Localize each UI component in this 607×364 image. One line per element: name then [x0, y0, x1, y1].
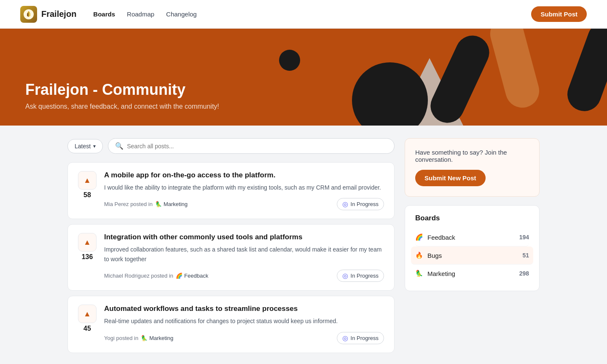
main-layout: Latest ▾ 🔍 ▲ 58 A mobile app for on-the-… — [59, 138, 548, 358]
upvote-button-2[interactable]: ▲ — [78, 233, 97, 252]
nav-boards[interactable]: Boards — [93, 9, 115, 19]
logo-area: Frailejon — [20, 6, 76, 23]
post-text-3: Real-time updates and notifications for … — [104, 316, 384, 326]
board-emoji-marketing: 🦜 — [415, 270, 423, 277]
shape-sphere-1 — [352, 62, 428, 126]
vote-box-3: ▲ 45 — [78, 305, 97, 344]
status-text-3: In Progress — [351, 335, 379, 341]
post-meta-2: Michael Rodriguez posted in 🌈 Feedback ◎… — [104, 270, 384, 282]
post-author-1: Mia Perez posted in 🦜 Marketing — [104, 201, 188, 207]
post-card-1: ▲ 58 A mobile app for on-the-go access t… — [67, 162, 395, 219]
post-meta-1: Mia Perez posted in 🦜 Marketing ◎ In Pro… — [104, 198, 384, 210]
nav-links: Boards Roadmap Changelog — [93, 9, 196, 19]
shape-cylinder-1 — [425, 30, 494, 126]
nav-left: Frailejon Boards Roadmap Changelog — [20, 6, 197, 23]
shape-cylinder-2 — [486, 29, 543, 112]
vote-box-1: ▲ 58 — [78, 171, 97, 210]
post-title-2: Integration with other commonly used too… — [104, 233, 384, 241]
shape-triangle — [396, 58, 463, 126]
status-icon-2: ◎ — [342, 272, 348, 280]
status-text-2: In Progress — [351, 273, 379, 279]
status-badge-3: ◎ In Progress — [337, 332, 384, 344]
author-name-1: Mia Perez posted in — [104, 201, 153, 207]
post-body-2: Integration with other commonly used too… — [104, 233, 384, 282]
hero-content: Frailejon - Community Ask questions, sha… — [25, 81, 219, 110]
status-badge-2: ◎ In Progress — [337, 270, 384, 282]
board-label-marketing: Marketing — [427, 270, 455, 277]
post-card-2: ▲ 136 Integration with other commonly us… — [67, 224, 395, 291]
board-tag-2[interactable]: 🌈 Feedback — [176, 273, 208, 279]
post-text-2: Improved collaboration features, such as… — [104, 245, 384, 264]
post-text-1: I would like the ability to integrate th… — [104, 183, 384, 192]
post-body-1: A mobile app for on-the-go access to the… — [104, 171, 384, 210]
logo-icon — [20, 6, 37, 23]
boards-section-title: Boards — [415, 214, 529, 222]
submit-new-post-button[interactable]: Submit New Post — [415, 170, 486, 186]
status-badge-1: ◎ In Progress — [337, 198, 384, 210]
shape-cylinder-3 — [563, 29, 607, 116]
search-icon: 🔍 — [115, 142, 124, 150]
status-icon-3: ◎ — [342, 334, 348, 342]
board-row-left-bugs: 🔥 Bugs — [415, 252, 442, 259]
author-name-2: Michael Rodriguez posted in — [104, 273, 173, 279]
sort-filter-button[interactable]: Latest ▾ — [67, 139, 103, 153]
boards-card: Boards 🌈 Feedback 194 🔥 Bugs 51 🦜 Mark — [405, 205, 540, 291]
board-row-marketing[interactable]: 🦜 Marketing 298 — [415, 265, 529, 282]
board-emoji-bugs: 🔥 — [415, 252, 423, 259]
board-name-1: Marketing — [164, 201, 188, 207]
board-label-feedback: Feedback — [427, 234, 455, 241]
board-tag-3[interactable]: 🦜 Marketing — [141, 335, 173, 341]
vote-box-2: ▲ 136 — [78, 233, 97, 282]
post-author-3: Yogi posted in 🦜 Marketing — [104, 335, 173, 341]
status-text-1: In Progress — [351, 201, 379, 207]
hero-subtitle: Ask questions, share feedback, and conne… — [25, 103, 219, 110]
board-row-bugs[interactable]: 🔥 Bugs 51 — [411, 246, 533, 265]
cta-card: Have something to say? Join the conversa… — [405, 138, 540, 197]
submit-post-button[interactable]: Submit Post — [531, 6, 587, 22]
post-title-3: Automated workflows and tasks to streaml… — [104, 305, 384, 313]
post-title-1: A mobile app for on-the-go access to the… — [104, 171, 384, 179]
chevron-down-icon: ▾ — [93, 143, 96, 149]
board-emoji-1: 🦜 — [155, 201, 162, 207]
board-row-left-feedback: 🌈 Feedback — [415, 233, 455, 241]
search-bar: 🔍 — [108, 138, 395, 154]
board-emoji-feedback: 🌈 — [415, 233, 423, 241]
navbar: Frailejon Boards Roadmap Changelog Submi… — [0, 0, 607, 29]
board-name-3: Marketing — [149, 335, 173, 341]
filter-bar: Latest ▾ 🔍 — [67, 138, 395, 154]
board-count-marketing: 298 — [519, 270, 529, 277]
vote-count-2: 136 — [82, 253, 93, 261]
status-icon-1: ◎ — [342, 200, 348, 208]
vote-count-3: 45 — [83, 325, 91, 332]
board-count-bugs: 51 — [522, 252, 529, 259]
cta-text: Have something to say? Join the conversa… — [415, 149, 529, 163]
brand-name: Frailejon — [41, 9, 76, 19]
board-count-feedback: 194 — [519, 234, 529, 241]
nav-roadmap[interactable]: Roadmap — [127, 9, 154, 19]
post-author-2: Michael Rodriguez posted in 🌈 Feedback — [104, 273, 208, 279]
hero-title: Frailejon - Community — [25, 81, 219, 99]
board-row-left-marketing: 🦜 Marketing — [415, 270, 455, 277]
board-tag-1[interactable]: 🦜 Marketing — [155, 201, 188, 207]
board-emoji-2: 🌈 — [176, 273, 183, 279]
shape-sphere-2 — [279, 50, 300, 71]
search-input[interactable] — [127, 143, 387, 150]
posts-column: Latest ▾ 🔍 ▲ 58 A mobile app for on-the-… — [67, 138, 395, 358]
sort-label: Latest — [75, 143, 91, 150]
author-name-3: Yogi posted in — [104, 335, 138, 341]
upvote-button-3[interactable]: ▲ — [78, 305, 97, 323]
board-row-feedback[interactable]: 🌈 Feedback 194 — [415, 228, 529, 246]
hero-banner: Frailejon - Community Ask questions, sha… — [0, 29, 607, 126]
board-emoji-3: 🦜 — [141, 335, 148, 341]
post-card-3: ▲ 45 Automated workflows and tasks to st… — [67, 296, 395, 353]
nav-changelog[interactable]: Changelog — [166, 9, 197, 19]
post-body-3: Automated workflows and tasks to streaml… — [104, 305, 384, 344]
board-name-2: Feedback — [184, 273, 208, 279]
post-meta-3: Yogi posted in 🦜 Marketing ◎ In Progress — [104, 332, 384, 344]
board-label-bugs: Bugs — [427, 252, 442, 259]
sidebar: Have something to say? Join the conversa… — [405, 138, 540, 291]
vote-count-1: 58 — [83, 191, 91, 199]
upvote-button-1[interactable]: ▲ — [78, 171, 97, 190]
hero-shapes — [243, 29, 607, 126]
